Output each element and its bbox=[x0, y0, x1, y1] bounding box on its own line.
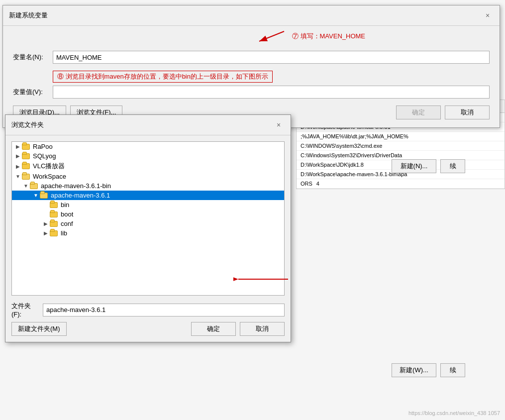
tree-item-boot[interactable]: boot bbox=[12, 210, 284, 219]
toggle-bin bbox=[42, 202, 50, 208]
bg-ors-label: ORS bbox=[301, 181, 312, 187]
tree-label-sqlyog: SQLyog bbox=[33, 152, 56, 160]
tree-item-vlc[interactable]: ▶ VLC播放器 bbox=[12, 161, 284, 172]
var-name-label: 变量名(N): bbox=[13, 53, 53, 62]
tree-item-apache-maven[interactable]: ▼ apache-maven-3.6.1 bbox=[12, 191, 284, 200]
tree-label-boot: boot bbox=[61, 210, 73, 218]
bg-value-5: C:\Windows\System32\Drivers\DriverData bbox=[301, 152, 402, 158]
toggle-boot bbox=[42, 211, 50, 217]
tree-label-lib: lib bbox=[61, 229, 67, 237]
file-dialog-title: 浏览文件夹 bbox=[11, 120, 44, 129]
tree-label-apache-maven: apache-maven-3.6.1 bbox=[51, 192, 110, 199]
annotation-2: ⑧ 浏览目录找到maven存放的位置，要选中bin的上一级目录，如下图所示 bbox=[53, 71, 273, 83]
folder-icon-workspace bbox=[22, 173, 31, 180]
bg-edit-button-1[interactable]: 续 bbox=[440, 159, 465, 173]
tree-item-conf[interactable]: ▶ conf bbox=[12, 219, 284, 228]
tree-label-conf: conf bbox=[61, 220, 73, 227]
tree-item-lib[interactable]: ▶ lib bbox=[12, 228, 284, 238]
main-dialog-body: ⑦ 填写：MAVEN_HOME 变量名(N): ⑧ 浏览目录找到maven存放的… bbox=[3, 26, 500, 127]
toggle-workspace[interactable]: ▼ bbox=[14, 174, 22, 179]
main-dialog: 新建系统变量 × ⑦ 填写：MAVEN_HOME 变量名(N): bbox=[2, 5, 500, 128]
bg-value-3: ;%JAVA_HOME%\lib\dt.jar;%JAVA_HOME% bbox=[301, 133, 408, 139]
tree-label-rapoo: RaPoo bbox=[33, 143, 53, 150]
var-value-label: 变量值(V): bbox=[13, 88, 53, 97]
var-name-input[interactable] bbox=[53, 51, 490, 64]
svg-line-0 bbox=[259, 31, 284, 41]
file-dialog-titlebar: 浏览文件夹 × bbox=[5, 115, 291, 135]
tree-item-workspace[interactable]: ▼ WorkSpace bbox=[12, 172, 284, 181]
csdn-watermark: https://blog.csdn.net/weixin_438 1057 bbox=[408, 410, 500, 416]
new-folder-btn[interactable]: 新建文件夹(M) bbox=[11, 322, 67, 336]
file-path-input[interactable] bbox=[43, 304, 285, 316]
toggle-rapoo[interactable]: ▶ bbox=[14, 144, 22, 149]
main-dialog-close-btn[interactable]: × bbox=[482, 9, 494, 21]
var-value-row: 变量值(V): bbox=[13, 86, 490, 99]
tree-item-sqlyog[interactable]: ▶ SQLyog bbox=[12, 151, 284, 161]
folder-icon-boot bbox=[50, 211, 59, 218]
tree-label-vlc: VLC播放器 bbox=[33, 162, 65, 171]
file-dialog: 浏览文件夹 × ▶ RaPoo ▶ SQLyog ▶ VLC播放器 ▼ Work… bbox=[5, 114, 291, 342]
folder-icon-vlc bbox=[22, 163, 31, 170]
file-ok-btn[interactable]: 确定 bbox=[191, 322, 236, 336]
bg-value-4: C:\WINDOWS\system32\cmd.exe bbox=[301, 143, 382, 149]
bg-edit-button-2[interactable]: 续 bbox=[440, 363, 465, 377]
bg-new-button-2[interactable]: 新建(W)... bbox=[392, 363, 436, 377]
annotation-1: ⑦ 填写：MAVEN_HOME bbox=[292, 32, 365, 41]
folder-icon-apache-maven bbox=[40, 192, 49, 199]
toggle-apache-maven[interactable]: ▼ bbox=[32, 193, 40, 198]
toggle-lib[interactable]: ▶ bbox=[42, 230, 50, 236]
bg-value-row-4: C:\WINDOWS\system32\cmd.exe bbox=[297, 141, 505, 151]
var-value-input[interactable] bbox=[53, 86, 490, 99]
file-tree[interactable]: ▶ RaPoo ▶ SQLyog ▶ VLC播放器 ▼ WorkSpace ▼ … bbox=[11, 141, 285, 296]
folder-icon-conf bbox=[50, 220, 59, 227]
var-name-row: 变量名(N): bbox=[13, 51, 490, 64]
bg-value-row-3: ;%JAVA_HOME%\lib\dt.jar;%JAVA_HOME% bbox=[297, 132, 505, 141]
cancel-btn-main[interactable]: 取消 bbox=[445, 105, 490, 119]
tree-label-workspace: WorkSpace bbox=[33, 173, 66, 180]
toggle-sqlyog[interactable]: ▶ bbox=[14, 153, 22, 159]
main-dialog-titlebar: 新建系统变量 × bbox=[3, 5, 500, 26]
main-dialog-title: 新建系统变量 bbox=[9, 11, 48, 20]
tree-label-apache-bin: apache-maven-3.6.1-bin bbox=[41, 182, 111, 190]
file-path-row: 文件夹(F): bbox=[11, 302, 285, 318]
tree-label-bin: bin bbox=[61, 201, 69, 209]
bg-ors-value: 4 bbox=[316, 181, 319, 187]
folder-icon-sqlyog bbox=[22, 153, 31, 160]
file-cancel-btn[interactable]: 取消 bbox=[240, 322, 285, 336]
tree-item-rapoo[interactable]: ▶ RaPoo bbox=[12, 142, 284, 151]
file-btn-row: 新建文件夹(M) 确定 取消 bbox=[11, 322, 285, 336]
bg-ors-row: ORS 4 bbox=[297, 179, 505, 189]
folder-icon-bin bbox=[50, 202, 59, 209]
tree-item-apache-bin[interactable]: ▼ apache-maven-3.6.1-bin bbox=[12, 181, 284, 191]
bg-value-6: D:\WorkSpace\JDK\jdk1.8 bbox=[301, 162, 364, 168]
tree-item-bin[interactable]: bin bbox=[12, 200, 284, 210]
file-dialog-close-btn[interactable]: × bbox=[273, 119, 285, 131]
folder-icon-apache-bin bbox=[30, 183, 39, 190]
ok-btn-main[interactable]: 确定 bbox=[396, 105, 441, 119]
toggle-vlc[interactable]: ▶ bbox=[14, 164, 22, 169]
file-path-label: 文件夹(F): bbox=[11, 302, 39, 318]
bg-new-button-1[interactable]: 新建(N)... bbox=[392, 159, 436, 173]
folder-icon-lib bbox=[50, 230, 59, 237]
folder-icon-rapoo bbox=[22, 143, 31, 150]
toggle-conf[interactable]: ▶ bbox=[42, 221, 50, 226]
toggle-apache-bin[interactable]: ▼ bbox=[22, 183, 30, 189]
annotation-arrow-1 bbox=[249, 29, 289, 44]
